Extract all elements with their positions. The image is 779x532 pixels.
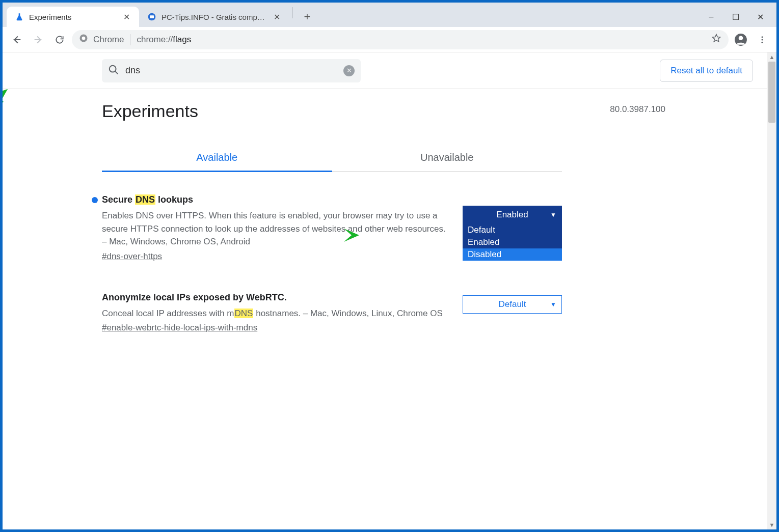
flags-topbar: ✕ Reset all to default [3, 52, 767, 89]
tab-available[interactable]: Available [102, 145, 332, 172]
flag-title: Anonymize local IPs exposed by WebRTC. [102, 292, 450, 303]
scroll-thumb[interactable] [768, 62, 775, 123]
scrollbar[interactable]: ▲ ▼ [767, 52, 776, 529]
kebab-menu-icon[interactable] [753, 31, 771, 49]
tab-unavailable[interactable]: Unavailable [332, 145, 562, 172]
svg-marker-13 [3, 89, 8, 125]
svg-point-6 [762, 36, 763, 38]
svg-line-10 [115, 71, 118, 74]
close-icon[interactable]: ✕ [272, 12, 281, 21]
flag-select-dropdown: Default Enabled Disabled [463, 224, 562, 261]
svg-point-7 [762, 39, 763, 40]
omnibox-url-path: flags [173, 35, 191, 44]
svg-rect-1 [150, 15, 154, 18]
svg-point-5 [739, 36, 743, 40]
forward-button[interactable] [29, 31, 47, 49]
annotation-arrow-icon [3, 196, 5, 234]
scroll-down-icon[interactable]: ▼ [767, 520, 776, 529]
option-disabled[interactable]: Disabled [463, 248, 562, 261]
flag-item: Secure DNS lookups Enables DNS over HTTP… [102, 194, 562, 262]
svg-marker-14 [3, 89, 8, 125]
omnibox[interactable]: Chrome chrome://flags [72, 30, 729, 49]
flag-hash-link[interactable]: #enable-webrtc-hide-local-ips-with-mdns [102, 323, 257, 333]
annotation-arrow-icon [3, 84, 13, 132]
new-tab-button[interactable]: + [299, 9, 315, 25]
flag-select-value: Enabled [496, 210, 528, 220]
profile-avatar[interactable] [732, 31, 750, 49]
back-button[interactable] [8, 31, 26, 49]
flag-select[interactable]: Default ▼ [463, 295, 562, 314]
omnibox-url-prefix: chrome:// [137, 35, 173, 44]
titlebar: Experiments ✕ PC-Tips.INFO - Gratis comp… [3, 3, 776, 27]
svg-point-9 [110, 65, 116, 72]
option-default[interactable]: Default [463, 224, 562, 236]
tab-title: PC-Tips.INFO - Gratis computer t [162, 13, 267, 21]
svg-marker-11 [3, 89, 8, 125]
bookmark-star-icon[interactable] [711, 33, 721, 46]
flag-hash-link[interactable]: #dns-over-https [102, 251, 162, 262]
minimize-button[interactable]: – [706, 12, 716, 22]
chrome-icon [79, 34, 88, 45]
caret-down-icon: ▼ [550, 211, 556, 218]
site-icon [147, 12, 156, 21]
svg-point-3 [82, 37, 86, 40]
reset-all-button[interactable]: Reset all to default [660, 60, 753, 82]
flag-description: Conceal local IP addresses with mDNS hos… [102, 307, 450, 320]
flags-tabs: Available Unavailable [102, 145, 562, 172]
search-input[interactable] [125, 65, 337, 76]
scroll-up-icon[interactable]: ▲ [767, 52, 776, 62]
option-enabled[interactable]: Enabled [463, 236, 562, 248]
flask-icon [15, 12, 24, 21]
omnibox-separator [130, 34, 130, 45]
omnibox-chip-label: Chrome [93, 35, 124, 45]
flag-select-value: Default [499, 299, 526, 310]
flag-item: Anonymize local IPs exposed by WebRTC. C… [102, 292, 562, 333]
flag-title: Secure DNS lookups [102, 194, 450, 205]
clear-search-icon[interactable]: ✕ [343, 65, 355, 76]
tab-experiments[interactable]: Experiments ✕ [7, 7, 139, 27]
version-label: 80.0.3987.100 [610, 104, 665, 115]
tab-title: Experiments [29, 13, 117, 21]
caret-down-icon: ▼ [550, 301, 556, 308]
tab-pctips[interactable]: PC-Tips.INFO - Gratis computer t ✕ [139, 7, 289, 27]
flag-description: Enables DNS over HTTPS. When this featur… [102, 209, 450, 248]
svg-point-8 [762, 41, 763, 43]
flag-select[interactable]: Enabled ▼ [463, 206, 562, 224]
search-box[interactable]: ✕ [102, 59, 361, 82]
reload-button[interactable] [50, 31, 69, 49]
close-icon[interactable]: ✕ [122, 12, 131, 21]
search-icon [108, 64, 119, 77]
close-window-button[interactable]: ✕ [755, 12, 765, 22]
modified-dot-icon [92, 197, 98, 203]
tab-separator [292, 7, 293, 18]
maximize-button[interactable]: ☐ [731, 12, 741, 22]
toolbar: Chrome chrome://flags [3, 27, 776, 52]
